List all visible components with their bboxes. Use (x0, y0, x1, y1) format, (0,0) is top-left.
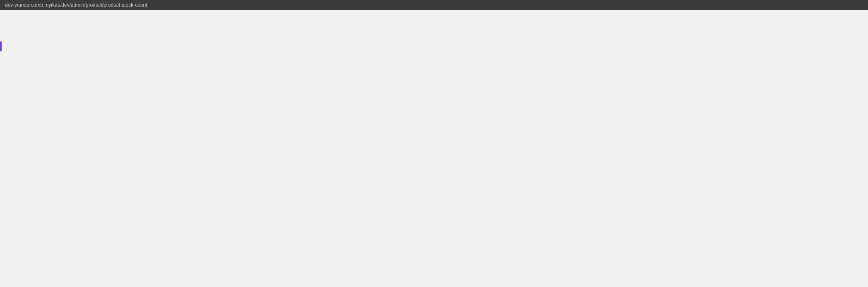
address-bar: dev-wundercomtr.myikas.dev/admin/product… (5, 2, 147, 8)
